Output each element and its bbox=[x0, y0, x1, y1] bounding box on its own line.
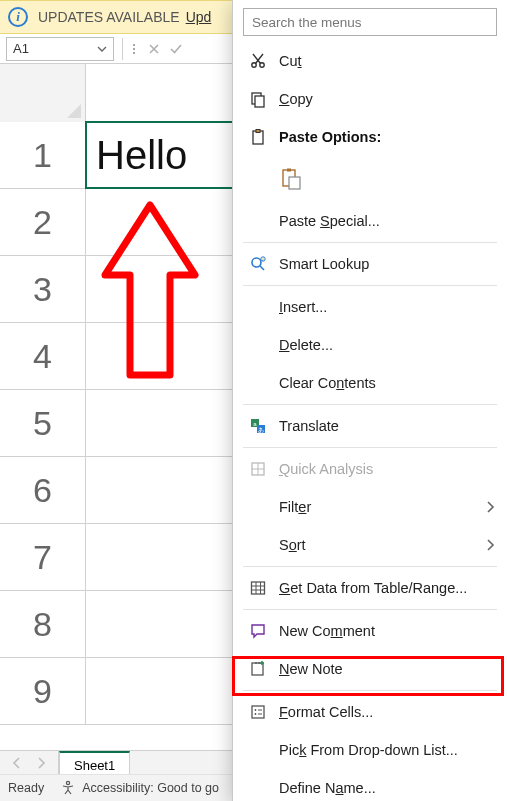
updates-link[interactable]: Upd bbox=[186, 9, 212, 25]
svg-rect-18 bbox=[252, 582, 265, 594]
sheet-tab-label: Sheet1 bbox=[74, 758, 115, 773]
menu-paste-options: Paste Options: bbox=[233, 118, 507, 156]
menu-smart-lookup[interactable]: i Smart Lookup bbox=[233, 245, 507, 283]
menu-item-label: Paste Special... bbox=[279, 213, 380, 229]
menu-get-data[interactable]: Get Data from Table/Range... bbox=[233, 569, 507, 607]
menu-cut[interactable]: Cut bbox=[233, 42, 507, 80]
name-box[interactable]: A1 bbox=[6, 37, 114, 61]
svg-point-22 bbox=[255, 713, 257, 715]
svg-text:あ: あ bbox=[258, 427, 264, 434]
row-header-6[interactable]: 6 bbox=[0, 457, 86, 523]
menu-item-label: Translate bbox=[279, 418, 339, 434]
menu-quick-analysis: Quick Analysis bbox=[233, 450, 507, 488]
row-header-3[interactable]: 3 bbox=[0, 256, 86, 322]
table-icon bbox=[245, 579, 271, 597]
separator bbox=[243, 690, 497, 691]
svg-rect-20 bbox=[252, 706, 264, 718]
separator bbox=[243, 447, 497, 448]
search-icon: i bbox=[245, 255, 271, 273]
cancel-icon[interactable] bbox=[146, 41, 162, 57]
scissors-icon bbox=[245, 52, 271, 70]
comment-icon bbox=[245, 622, 271, 640]
info-icon: i bbox=[8, 7, 28, 27]
menu-define-name[interactable]: Define Name... bbox=[233, 769, 507, 801]
menu-pick-from-list[interactable]: Pick From Drop-down List... bbox=[233, 731, 507, 769]
menu-new-comment[interactable]: New Comment bbox=[233, 612, 507, 650]
menu-item-label: Insert... bbox=[279, 299, 327, 315]
translate-icon: aあ bbox=[245, 417, 271, 435]
menu-item-label: Format Cells... bbox=[279, 704, 373, 720]
row-header-5[interactable]: 5 bbox=[0, 390, 86, 456]
menu-delete[interactable]: Delete... bbox=[233, 326, 507, 364]
svg-point-21 bbox=[255, 709, 257, 711]
menu-item-label: Clear Contents bbox=[279, 375, 376, 391]
menu-paste-special[interactable]: Paste Special... bbox=[233, 202, 507, 240]
quick-analysis-icon bbox=[245, 460, 271, 478]
svg-rect-9 bbox=[289, 177, 300, 189]
separator bbox=[243, 609, 497, 610]
menu-item-label: Quick Analysis bbox=[279, 461, 373, 477]
chevron-right-icon bbox=[485, 539, 495, 551]
accessibility-icon bbox=[60, 780, 76, 796]
sheet-nav-prev-icon[interactable] bbox=[12, 757, 22, 769]
paste-option-default[interactable] bbox=[233, 156, 507, 202]
menu-insert[interactable]: Insert... bbox=[233, 288, 507, 326]
copy-icon bbox=[245, 90, 271, 108]
note-icon bbox=[245, 660, 271, 678]
svg-rect-4 bbox=[255, 96, 264, 107]
chevron-down-icon bbox=[97, 44, 107, 54]
menu-copy[interactable]: Copy bbox=[233, 80, 507, 118]
sheet-nav bbox=[0, 751, 58, 774]
clipboard-icon bbox=[245, 128, 271, 146]
status-accessibility: Accessibility: Good to go bbox=[82, 781, 219, 795]
menu-item-label: Define Name... bbox=[279, 780, 376, 796]
menu-item-label: Pick From Drop-down List... bbox=[279, 742, 458, 758]
separator bbox=[243, 566, 497, 567]
menu-search-placeholder: Search the menus bbox=[252, 15, 362, 30]
sheet-tab[interactable]: Sheet1 bbox=[59, 751, 130, 774]
row-header-4[interactable]: 4 bbox=[0, 323, 86, 389]
menu-item-label: Smart Lookup bbox=[279, 256, 369, 272]
menu-sort[interactable]: Sort bbox=[233, 526, 507, 564]
row-header-7[interactable]: 7 bbox=[0, 524, 86, 590]
menu-translate[interactable]: aあ Translate bbox=[233, 407, 507, 445]
menu-item-label: Copy bbox=[279, 91, 313, 107]
row-header-8[interactable]: 8 bbox=[0, 591, 86, 657]
check-icon[interactable] bbox=[168, 41, 184, 57]
svg-point-0 bbox=[67, 781, 70, 784]
separator bbox=[243, 285, 497, 286]
row-header-1[interactable]: 1 bbox=[0, 122, 86, 188]
separator bbox=[243, 404, 497, 405]
svg-rect-6 bbox=[256, 130, 260, 133]
menu-filter[interactable]: Filter bbox=[233, 488, 507, 526]
svg-text:i: i bbox=[263, 257, 264, 262]
menu-new-note[interactable]: New Note bbox=[233, 650, 507, 688]
row-header-9[interactable]: 9 bbox=[0, 658, 86, 724]
menu-item-label: New Comment bbox=[279, 623, 375, 639]
row-header-2[interactable]: 2 bbox=[0, 189, 86, 255]
separator bbox=[243, 242, 497, 243]
select-all-corner[interactable] bbox=[0, 64, 86, 122]
updates-title: UPDATES AVAILABLE bbox=[38, 9, 180, 25]
menu-item-label: New Note bbox=[279, 661, 343, 677]
menu-search-input[interactable]: Search the menus bbox=[243, 8, 497, 36]
chevron-right-icon bbox=[485, 501, 495, 513]
menu-format-cells[interactable]: Format Cells... bbox=[233, 693, 507, 731]
separator bbox=[122, 38, 123, 60]
menu-item-label: Get Data from Table/Range... bbox=[279, 580, 467, 596]
format-cells-icon bbox=[245, 703, 271, 721]
menu-item-label: Paste Options: bbox=[279, 129, 381, 145]
menu-item-label: Sort bbox=[279, 537, 306, 553]
svg-point-10 bbox=[252, 258, 261, 267]
name-box-value: A1 bbox=[13, 41, 29, 56]
grip-icon bbox=[131, 44, 137, 54]
svg-rect-8 bbox=[287, 169, 291, 172]
menu-item-label: Cut bbox=[279, 53, 302, 69]
sheet-nav-next-icon[interactable] bbox=[36, 757, 46, 769]
menu-clear-contents[interactable]: Clear Contents bbox=[233, 364, 507, 402]
status-ready: Ready bbox=[8, 781, 44, 795]
menu-item-label: Filter bbox=[279, 499, 311, 515]
paste-icon bbox=[279, 167, 303, 191]
context-menu: Search the menus Cut Copy Paste Options: bbox=[232, 0, 507, 801]
menu-item-label: Delete... bbox=[279, 337, 333, 353]
